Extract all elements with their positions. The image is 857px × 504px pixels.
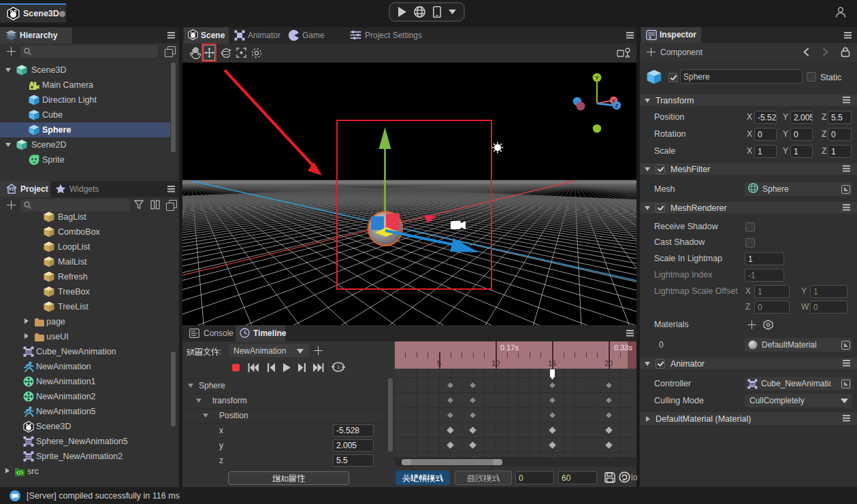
svg-text:3D: 3D	[26, 350, 32, 354]
svg-text:1: 1	[337, 365, 340, 369]
svg-text:3D: 3D	[26, 439, 32, 444]
svg-text:Z: Z	[615, 103, 619, 109]
svg-text:Y: Y	[595, 75, 599, 81]
svg-text:2D: 2D	[26, 454, 32, 459]
svg-text:3D: 3D	[750, 381, 756, 386]
